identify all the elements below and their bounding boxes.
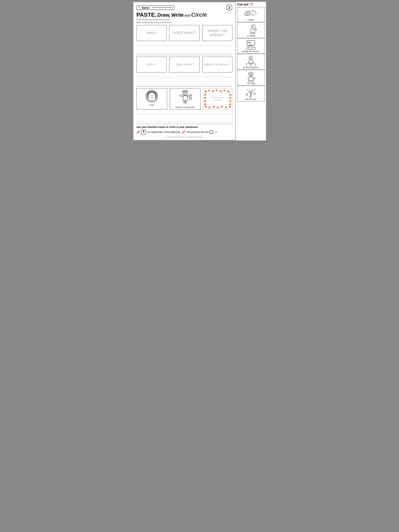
scissors-icon: ✂️ (249, 2, 253, 6)
cutout-item-falltrees[interactable]: fall off trees (237, 86, 265, 101)
fall-sign-image: Fall is here (244, 39, 258, 50)
svg-point-8 (153, 96, 154, 97)
svg-text:🍂: 🍂 (204, 100, 206, 102)
subtitle-line1: Paste the pictures on the correct boxes. (136, 19, 233, 21)
crayon-icon-2: 🖍️ (182, 130, 185, 134)
svg-line-105 (251, 89, 253, 92)
cutout-item-leaves[interactable]: Leaves (237, 7, 265, 22)
arrow-icon: ↙ (215, 130, 217, 134)
write-line-dashed[interactable] (136, 114, 233, 118)
when-where-box-2: When? or Where? (202, 57, 233, 73)
title-and: and (184, 13, 190, 17)
cutout-label-thedog: The dog (247, 82, 255, 85)
svg-point-55 (252, 27, 254, 27)
write-lines-3 (136, 110, 233, 122)
svg-text:🍁: 🍁 (229, 96, 232, 99)
svg-rect-13 (185, 100, 187, 103)
footer-items: 🖍️ T he capital letter at the beginning … (136, 129, 233, 135)
svg-rect-99 (252, 80, 253, 82)
svg-text:🍂: 🍂 (204, 93, 206, 96)
footer-title: Use your favorite crayon to circle in yo… (136, 126, 233, 128)
does-what-box-1: DOES WHAT? (169, 25, 200, 41)
box-row-2: Who? Does What? When? or Where? (136, 57, 233, 73)
who-box-1: WHO? (136, 25, 167, 41)
write-line-dashed[interactable] (136, 77, 233, 81)
cutout-header: Cut out ✂️ (237, 2, 265, 6)
svg-text:🍂: 🍂 (229, 100, 232, 102)
pencil-icon: ✏️ (138, 6, 141, 9)
svg-point-5 (150, 95, 151, 96)
write-line[interactable] (136, 50, 233, 53)
write-line[interactable] (136, 118, 233, 122)
svg-rect-98 (249, 80, 250, 82)
svg-text:🍁: 🍁 (229, 103, 232, 105)
dog-sitting-image (244, 24, 258, 34)
svg-text:🍂: 🍂 (216, 106, 219, 108)
lisa-face-svg (146, 90, 158, 102)
lisa-box: Lisa (136, 88, 167, 110)
svg-point-6 (153, 95, 153, 96)
cutout-item-fall[interactable]: Fall is here d (237, 38, 265, 54)
title-paste: PASTE, (136, 12, 156, 18)
svg-rect-12 (183, 100, 185, 103)
cutout-label-sitting: is sitting (247, 35, 255, 37)
draw-place-box[interactable]: 🍂 🍁 🍂 🍁 🍂 🍁 🍂 🍁 🍂 🍁 🍂 🍁 🍂 (203, 88, 233, 110)
write-line[interactable] (136, 81, 233, 85)
dog-pumpkins-image (244, 55, 258, 66)
copyright: © 2018 A Plus Education – All Rights Res… (136, 136, 233, 138)
cutout-label-fall: during fall season. (242, 50, 260, 53)
svg-point-93 (251, 74, 252, 74)
svg-text:🍂: 🍂 (204, 90, 207, 93)
scarecrow-svg (175, 89, 196, 106)
box-row-1: WHO? DOES WHAT? WHEN? OR WHERE? (136, 25, 233, 41)
svg-text:🍂: 🍂 (227, 90, 230, 93)
name-box: ✏️ Name: (136, 6, 175, 10)
write-line[interactable] (136, 110, 233, 114)
footer-item-2: 🖍️ The period at the end . ↙ (182, 130, 217, 134)
svg-text:🍂: 🍂 (208, 106, 211, 108)
lisa-caption: Lisa (150, 103, 154, 106)
picture-row-3: Lisa (136, 88, 233, 110)
name-underline[interactable] (152, 7, 173, 8)
when-where-box-1: WHEN? OR WHERE? (202, 25, 233, 41)
name-label: Name: (142, 6, 150, 9)
cutout-title: Cut out (237, 3, 248, 6)
svg-point-91 (249, 72, 250, 74)
write-line[interactable] (136, 73, 233, 77)
svg-point-19 (184, 93, 185, 94)
section-1: WHO? DOES WHAT? WHEN? OR WHERE? (136, 25, 233, 53)
header-row: ✏️ Name: 2 (136, 4, 233, 11)
footer-section: Use your favorite crayon to circle in yo… (136, 124, 233, 138)
svg-point-21 (189, 94, 192, 97)
title-write: Write (171, 12, 184, 18)
svg-point-24 (190, 95, 190, 96)
svg-point-20 (185, 93, 186, 94)
title-draw: Draw, (157, 12, 171, 18)
svg-text:🍂: 🍂 (229, 93, 232, 96)
cutout-item-sitting[interactable]: is sitting (237, 22, 265, 38)
footer-item-1: 🖍️ T he capital letter at the beginning (136, 129, 180, 135)
subtitle-line2: Write sentences according to the picture… (136, 21, 233, 24)
title-circle: Circle (191, 12, 207, 18)
write-line[interactable] (136, 42, 233, 45)
scarecrow-caption: builds a scarecrow (176, 106, 195, 108)
svg-point-87 (252, 63, 256, 66)
svg-line-104 (249, 89, 251, 92)
cutout-item-thedog[interactable]: The dog (237, 70, 265, 86)
svg-text:🍂: 🍂 (225, 106, 227, 108)
svg-rect-14 (180, 95, 183, 96)
lisa-circle (146, 90, 158, 102)
footer-item-1-text: he capital letter at the beginning (147, 131, 180, 133)
capital-t-circle: T (141, 129, 146, 135)
cutout-item-pumpkins[interactable]: on the pumpkins. (237, 54, 265, 70)
svg-rect-18 (184, 90, 186, 92)
section-divider-2 (136, 86, 233, 87)
svg-text:🍁: 🍁 (223, 89, 226, 92)
section-2: Who? Does What? When? or Where? (136, 57, 233, 85)
the-dog-image (244, 71, 258, 82)
write-line-dashed[interactable] (136, 45, 233, 50)
svg-text:🍁: 🍁 (212, 106, 215, 108)
scarecrow-box: builds a scarecrow (170, 88, 201, 110)
leaves-image (244, 8, 258, 18)
svg-point-4 (148, 93, 155, 100)
